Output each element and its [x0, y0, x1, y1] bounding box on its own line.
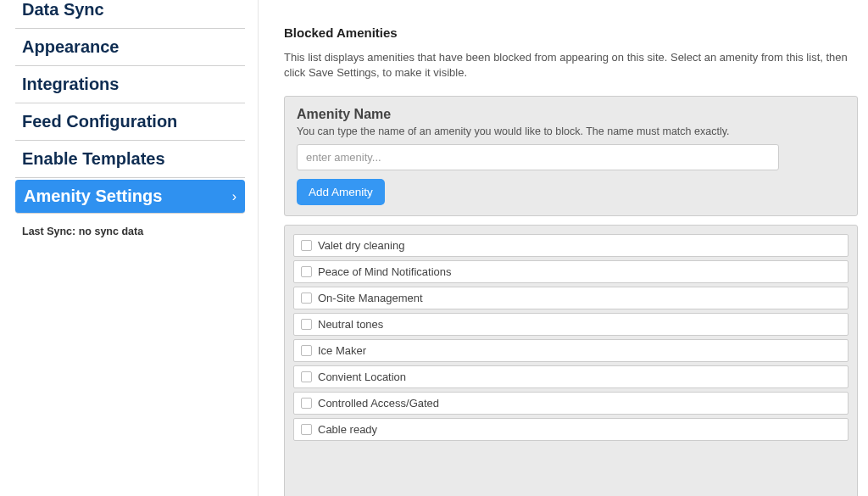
amenity-row: Peace of Mind Notifications: [293, 260, 849, 283]
amenity-checkbox[interactable]: [301, 424, 312, 435]
amenity-row: Controlled Access/Gated: [293, 392, 849, 415]
amenity-label: Neutral tones: [318, 318, 383, 331]
amenity-label: Peace of Mind Notifications: [318, 265, 452, 278]
amenity-checkbox[interactable]: [301, 293, 312, 304]
amenity-row: Convient Location: [293, 365, 849, 388]
sidebar-item-data-sync[interactable]: Data Sync: [15, 0, 245, 29]
add-amenity-panel: Amenity Name You can type the name of an…: [284, 96, 858, 216]
amenity-row: Neutral tones: [293, 313, 849, 336]
amenity-label: On-Site Management: [318, 292, 423, 304]
sidebar-item-integrations[interactable]: Integrations: [15, 66, 245, 103]
amenity-row: Cable ready: [293, 418, 849, 441]
sidebar-item-amenity-settings[interactable]: Amenity Settings›: [15, 180, 245, 214]
amenity-label: Controlled Access/Gated: [318, 397, 439, 410]
sidebar-item-enable-templates[interactable]: Enable Templates: [15, 141, 245, 178]
chevron-right-icon: ›: [232, 189, 236, 204]
amenity-row: On-Site Management: [293, 287, 849, 309]
settings-sidebar: Data SyncAppearanceIntegrationsFeed Conf…: [0, 0, 259, 496]
amenity-label: Cable ready: [318, 423, 377, 436]
sidebar-item-label: Integrations: [22, 75, 119, 94]
sidebar-item-label: Amenity Settings: [24, 187, 162, 206]
amenity-label: Valet dry cleaning: [318, 239, 404, 252]
amenity-row: Valet dry cleaning: [293, 234, 849, 257]
amenity-name-label: Amenity Name: [297, 107, 845, 122]
blocked-amenities-desc: This list displays amenities that have b…: [284, 50, 858, 81]
amenity-row: Ice Maker: [293, 339, 849, 362]
amenity-checkbox[interactable]: [301, 319, 312, 330]
add-amenity-button[interactable]: Add Amenity: [297, 179, 385, 205]
amenity-checkbox[interactable]: [301, 266, 312, 277]
blocked-amenities-title: Blocked Amenities: [284, 25, 858, 40]
sidebar-item-label: Data Sync: [22, 0, 104, 20]
amenity-checkbox[interactable]: [301, 345, 312, 356]
sidebar-item-label: Appearance: [22, 37, 120, 57]
amenity-checkbox[interactable]: [301, 240, 312, 251]
amenity-checkbox[interactable]: [301, 398, 312, 409]
main-content: Blocked Amenities This list displays ame…: [259, 0, 868, 496]
amenity-name-input[interactable]: [297, 144, 779, 170]
sidebar-item-appearance[interactable]: Appearance: [15, 29, 245, 66]
amenity-checkbox[interactable]: [301, 371, 312, 382]
sidebar-item-label: Feed Configuration: [22, 112, 177, 131]
sidebar-item-feed-configuration[interactable]: Feed Configuration: [15, 103, 245, 141]
amenity-name-help: You can type the name of an amenity you …: [297, 125, 845, 137]
sync-status: Last Sync: no sync data: [15, 214, 245, 249]
sync-status-value: no sync data: [79, 226, 143, 237]
blocked-amenities-list: Valet dry cleaningPeace of Mind Notifica…: [284, 225, 858, 496]
amenity-label: Ice Maker: [318, 344, 366, 357]
sidebar-item-label: Enable Templates: [22, 149, 165, 169]
amenity-label: Convient Location: [318, 371, 406, 383]
sync-status-label: Last Sync:: [22, 226, 75, 237]
